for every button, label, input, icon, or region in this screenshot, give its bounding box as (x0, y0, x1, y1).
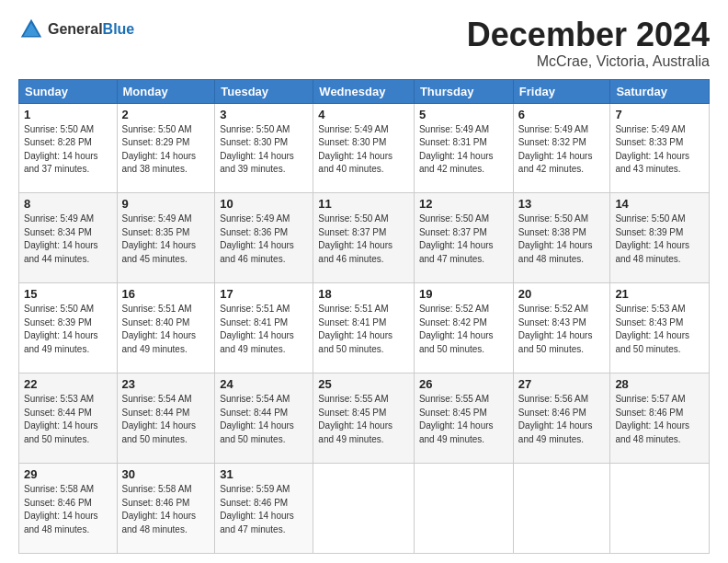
table-row: 26Sunrise: 5:55 AM Sunset: 8:45 PM Dayli… (414, 373, 513, 464)
day-info: Sunrise: 5:54 AM Sunset: 8:44 PM Dayligh… (122, 393, 210, 446)
table-row: 27Sunrise: 5:56 AM Sunset: 8:46 PM Dayli… (513, 373, 610, 464)
logo-text: GeneralBlue (48, 20, 134, 38)
calendar: Sunday Monday Tuesday Wednesday Thursday… (18, 79, 710, 554)
table-row: 9Sunrise: 5:49 AM Sunset: 8:35 PM Daylig… (117, 193, 215, 283)
table-row: 1Sunrise: 5:50 AM Sunset: 8:28 PM Daylig… (19, 103, 118, 193)
day-info: Sunrise: 5:58 AM Sunset: 8:46 PM Dayligh… (24, 483, 112, 536)
day-number: 23 (122, 377, 210, 391)
location: McCrae, Victoria, Australia (467, 53, 710, 70)
table-row: 6Sunrise: 5:49 AM Sunset: 8:32 PM Daylig… (513, 103, 610, 193)
table-row: 24Sunrise: 5:54 AM Sunset: 8:44 PM Dayli… (215, 373, 313, 464)
day-number: 8 (24, 197, 112, 211)
day-number: 5 (419, 108, 508, 121)
day-number: 19 (419, 287, 508, 301)
table-row: 3Sunrise: 5:50 AM Sunset: 8:30 PM Daylig… (215, 103, 313, 193)
col-wednesday: Wednesday (313, 79, 415, 103)
table-row: 15Sunrise: 5:50 AM Sunset: 8:39 PM Dayli… (19, 283, 118, 373)
day-number: 16 (122, 287, 210, 301)
day-info: Sunrise: 5:57 AM Sunset: 8:46 PM Dayligh… (615, 393, 704, 446)
day-number: 9 (122, 197, 210, 211)
day-number: 22 (24, 377, 112, 391)
day-number: 18 (318, 287, 409, 301)
day-info: Sunrise: 5:49 AM Sunset: 8:30 PM Dayligh… (318, 123, 409, 177)
table-row: 14Sunrise: 5:50 AM Sunset: 8:39 PM Dayli… (610, 193, 710, 283)
day-info: Sunrise: 5:50 AM Sunset: 8:29 PM Dayligh… (122, 123, 210, 177)
day-info: Sunrise: 5:49 AM Sunset: 8:34 PM Dayligh… (24, 213, 112, 266)
day-number: 4 (318, 108, 409, 121)
day-number: 29 (24, 467, 112, 481)
col-saturday: Saturday (610, 79, 710, 103)
day-info: Sunrise: 5:56 AM Sunset: 8:46 PM Dayligh… (518, 393, 606, 446)
day-info: Sunrise: 5:49 AM Sunset: 8:33 PM Dayligh… (615, 123, 704, 177)
table-row: 5Sunrise: 5:49 AM Sunset: 8:31 PM Daylig… (414, 103, 513, 193)
day-number: 24 (220, 377, 308, 391)
table-row: 21Sunrise: 5:53 AM Sunset: 8:43 PM Dayli… (610, 283, 710, 373)
day-info: Sunrise: 5:50 AM Sunset: 8:39 PM Dayligh… (615, 213, 704, 266)
day-info: Sunrise: 5:58 AM Sunset: 8:46 PM Dayligh… (122, 483, 210, 536)
day-info: Sunrise: 5:49 AM Sunset: 8:36 PM Dayligh… (220, 213, 308, 266)
day-info: Sunrise: 5:50 AM Sunset: 8:38 PM Dayligh… (518, 213, 606, 266)
day-number: 11 (318, 197, 409, 211)
table-row: 17Sunrise: 5:51 AM Sunset: 8:41 PM Dayli… (215, 283, 313, 373)
day-number: 13 (518, 197, 606, 211)
month-title: December 2024 (467, 17, 710, 53)
day-info: Sunrise: 5:50 AM Sunset: 8:37 PM Dayligh… (419, 213, 508, 266)
col-thursday: Thursday (414, 79, 513, 103)
table-row (513, 464, 610, 554)
table-row: 28Sunrise: 5:57 AM Sunset: 8:46 PM Dayli… (610, 373, 710, 464)
day-info: Sunrise: 5:53 AM Sunset: 8:44 PM Dayligh… (24, 393, 112, 446)
day-info: Sunrise: 5:50 AM Sunset: 8:39 PM Dayligh… (24, 303, 112, 356)
day-number: 7 (615, 108, 704, 121)
header: GeneralBlue December 2024 McCrae, Victor… (18, 17, 710, 70)
table-row: 4Sunrise: 5:49 AM Sunset: 8:30 PM Daylig… (313, 103, 415, 193)
day-number: 26 (419, 377, 508, 391)
day-info: Sunrise: 5:53 AM Sunset: 8:43 PM Dayligh… (615, 303, 704, 356)
day-number: 6 (518, 108, 606, 121)
table-row: 11Sunrise: 5:50 AM Sunset: 8:37 PM Dayli… (313, 193, 415, 283)
day-number: 21 (615, 287, 704, 301)
table-row: 30Sunrise: 5:58 AM Sunset: 8:46 PM Dayli… (117, 464, 215, 554)
table-row: 18Sunrise: 5:51 AM Sunset: 8:41 PM Dayli… (313, 283, 415, 373)
table-row (610, 464, 710, 554)
day-number: 25 (318, 377, 409, 391)
day-info: Sunrise: 5:55 AM Sunset: 8:45 PM Dayligh… (318, 393, 409, 446)
day-number: 15 (24, 287, 112, 301)
col-sunday: Sunday (19, 79, 118, 103)
table-row: 20Sunrise: 5:52 AM Sunset: 8:43 PM Dayli… (513, 283, 610, 373)
day-number: 17 (220, 287, 308, 301)
day-number: 20 (518, 287, 606, 301)
table-row: 2Sunrise: 5:50 AM Sunset: 8:29 PM Daylig… (117, 103, 215, 193)
table-row: 16Sunrise: 5:51 AM Sunset: 8:40 PM Dayli… (117, 283, 215, 373)
day-number: 12 (419, 197, 508, 211)
day-info: Sunrise: 5:49 AM Sunset: 8:31 PM Dayligh… (419, 123, 508, 177)
day-number: 30 (122, 467, 210, 481)
day-info: Sunrise: 5:50 AM Sunset: 8:28 PM Dayligh… (24, 123, 112, 177)
day-info: Sunrise: 5:50 AM Sunset: 8:30 PM Dayligh… (220, 123, 308, 177)
logo: GeneralBlue (18, 17, 134, 42)
page: GeneralBlue December 2024 McCrae, Victor… (0, 0, 728, 563)
table-row (313, 464, 415, 554)
col-monday: Monday (117, 79, 215, 103)
day-number: 28 (615, 377, 704, 391)
table-row: 29Sunrise: 5:58 AM Sunset: 8:46 PM Dayli… (19, 464, 118, 554)
table-row: 10Sunrise: 5:49 AM Sunset: 8:36 PM Dayli… (215, 193, 313, 283)
day-info: Sunrise: 5:59 AM Sunset: 8:46 PM Dayligh… (220, 483, 308, 536)
day-info: Sunrise: 5:51 AM Sunset: 8:41 PM Dayligh… (220, 303, 308, 356)
table-row: 13Sunrise: 5:50 AM Sunset: 8:38 PM Dayli… (513, 193, 610, 283)
table-row: 31Sunrise: 5:59 AM Sunset: 8:46 PM Dayli… (215, 464, 313, 554)
table-row (414, 464, 513, 554)
day-number: 27 (518, 377, 606, 391)
day-number: 1 (24, 108, 112, 121)
day-info: Sunrise: 5:55 AM Sunset: 8:45 PM Dayligh… (419, 393, 508, 446)
logo-icon (18, 17, 44, 42)
day-info: Sunrise: 5:51 AM Sunset: 8:40 PM Dayligh… (122, 303, 210, 356)
title-block: December 2024 McCrae, Victoria, Australi… (467, 17, 710, 70)
day-info: Sunrise: 5:49 AM Sunset: 8:32 PM Dayligh… (518, 123, 606, 177)
day-number: 10 (220, 197, 308, 211)
day-info: Sunrise: 5:54 AM Sunset: 8:44 PM Dayligh… (220, 393, 308, 446)
table-row: 25Sunrise: 5:55 AM Sunset: 8:45 PM Dayli… (313, 373, 415, 464)
col-tuesday: Tuesday (215, 79, 313, 103)
day-number: 31 (220, 467, 308, 481)
table-row: 22Sunrise: 5:53 AM Sunset: 8:44 PM Dayli… (19, 373, 118, 464)
day-info: Sunrise: 5:49 AM Sunset: 8:35 PM Dayligh… (122, 213, 210, 266)
